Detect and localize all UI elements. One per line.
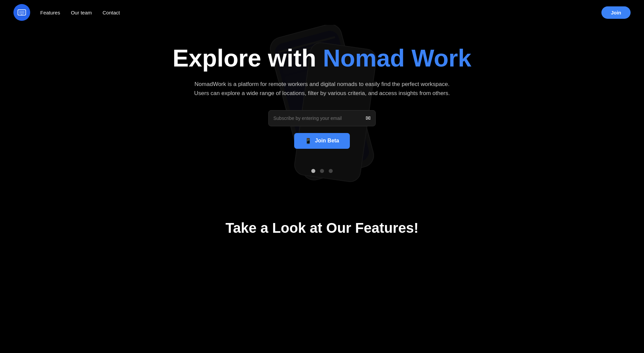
nav-our-team[interactable]: Our team <box>71 10 92 15</box>
features-title: Take a Look at Our Features! <box>7 220 637 236</box>
hero-title: Explore with Nomad Work <box>7 45 637 72</box>
hero-section: Explore with Nomad Work NomadWork is a p… <box>0 25 644 193</box>
navbar: Features Our team Contact Join <box>0 0 644 25</box>
nav-features[interactable]: Features <box>40 10 60 15</box>
join-beta-label: Join Beta <box>315 138 339 144</box>
logo[interactable] <box>13 4 30 21</box>
hero-title-part1: Explore with <box>173 45 323 72</box>
email-icon: ✉ <box>366 115 371 122</box>
logo-icon <box>17 8 26 17</box>
features-section: Take a Look at Our Features! <box>0 193 644 250</box>
hero-description: NomadWork is a platform for remote worke… <box>191 80 453 98</box>
nav-contact[interactable]: Contact <box>103 10 120 15</box>
hero-content: Explore with Nomad Work NomadWork is a p… <box>7 45 637 149</box>
svg-rect-1 <box>19 11 24 14</box>
nav-join-button[interactable]: Join <box>601 6 631 19</box>
email-subscribe-container: ✉ <box>268 110 376 126</box>
email-input[interactable] <box>273 116 363 121</box>
join-beta-button[interactable]: 📱 Join Beta <box>294 133 350 149</box>
hero-title-highlight: Nomad Work <box>323 45 472 72</box>
nav-links: Features Our team Contact <box>40 10 601 15</box>
mobile-icon: 📱 <box>305 138 312 144</box>
